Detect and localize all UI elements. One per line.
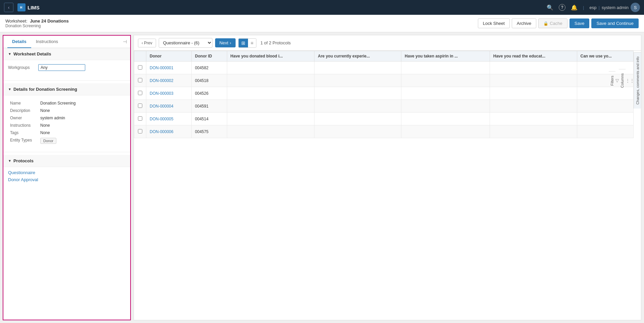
side-tab-changes[interactable]: Changes, comments and info [634,52,641,109]
col-header-q3[interactable]: Have you taken aspirin in ... [401,51,490,62]
col-header-q5[interactable]: Can we use yo... [577,51,633,62]
cell-donor_id: 004518 [192,74,227,87]
details-table: NameDonation ScreeningDescriptionNoneOwn… [8,99,126,145]
col-header-q1[interactable]: Have you donated blood i... [227,51,314,62]
protocols-title: Protocols [13,158,34,163]
cell-q1 [227,100,314,113]
toolbar-row: ‹ Prev Questionnaire - (6) Next › ⊞ ≡ 1 … [134,35,641,51]
user-avatar[interactable]: S [631,3,640,12]
table-view-button[interactable]: ≡ [248,39,256,47]
table-header: DonorDonor IDHave you donated blood i...… [134,51,634,62]
prev-label: Prev [144,41,152,45]
user-initial: S [634,5,637,10]
worksheet-label: Worksheet: [5,18,28,24]
panel-collapse-button[interactable]: ⊣ [123,39,127,44]
cell-q1 [227,62,314,74]
right-side-tabs: Changes, comments and info ⋮⋮ Columns ▽ … [634,52,641,109]
subheader-actions: Lock Sheet Archive 🔒 Cache Save Save and… [478,18,639,28]
protocols-section[interactable]: ▼ Protocols [3,155,130,167]
row-checkbox[interactable] [138,129,142,133]
protocol-dropdown[interactable]: Questionnaire - (6) [159,38,212,48]
cell-q4 [490,113,577,125]
worksheet-sub: Donation Screening [5,24,69,28]
detail-value: None [38,122,126,129]
col-header-q2[interactable]: Are you currently experie... [314,51,401,62]
table-row: DON-000005004514 [134,113,634,125]
row-checkbox[interactable] [138,116,142,121]
entity-type-badge: Donor [40,138,56,144]
col-header-donor[interactable]: Donor [146,51,192,62]
cell-q1 [227,74,314,87]
next-label: Next [219,40,229,45]
app-logo: LIMS [17,3,40,11]
protocols-count: 1 of 2 Protocols [260,40,291,45]
detail-value: system admin [38,114,126,122]
user-name: system admin [602,5,629,10]
side-tab-columns-icon: ⋮⋮ [626,76,634,85]
detail-row: TagsNone [8,129,126,136]
side-tab-columns[interactable]: Columns [619,69,626,92]
side-tab-filters[interactable]: Filters [609,71,615,90]
cell-q2 [314,113,401,125]
divider-1 [3,80,130,81]
cell-q2 [314,74,401,87]
questionnaire-link[interactable]: Questionnaire [3,169,130,176]
donor-link[interactable]: DON-000006 [150,129,174,134]
row-checkbox[interactable] [138,104,142,108]
cell-q3 [401,74,490,87]
save-button[interactable]: Save [569,18,590,28]
archive-button[interactable]: Archive [512,18,536,28]
table-row: DON-000006004575 [134,125,634,138]
section-arrow-icon: ▼ [8,52,11,56]
detail-label: Instructions [8,122,38,129]
left-panel: Details Instructions ⊣ ▼ Worksheet Detai… [3,35,131,320]
donor-link[interactable]: DON-000005 [150,117,174,121]
save-continue-button[interactable]: Save and Continue [591,18,639,28]
cell-donor_id: 004582 [192,62,227,74]
tab-details[interactable]: Details [7,36,31,48]
search-icon[interactable]: 🔍 [547,4,553,11]
lock-sheet-button[interactable]: Lock Sheet [478,18,510,28]
logo-icon [17,3,26,11]
donor-approval-link[interactable]: Donor Approval [3,176,130,183]
cell-donor_id: 004591 [192,100,227,113]
worksheet-details-title: Worksheet Details [13,51,51,56]
subheader: Worksheet: June 24 Donations Donation Sc… [0,15,644,32]
row-checkbox[interactable] [138,65,142,70]
col-header-donor_id[interactable]: Donor ID [192,51,227,62]
tab-instructions[interactable]: Instructions [31,36,63,48]
col-header-checkbox[interactable] [134,51,146,62]
help-icon[interactable]: ? [559,4,565,11]
next-button[interactable]: Next › [215,38,236,47]
cell-q4 [490,100,577,113]
table-row: DON-000002004518 [134,74,634,87]
donation-screening-title: Details for Donation Screening [13,87,77,92]
cell-q5 [577,125,633,138]
cell-q4 [490,62,577,74]
nav-separator: | [583,5,584,10]
row-checkbox[interactable] [138,78,142,82]
workgroups-input[interactable] [38,64,85,71]
cell-q2 [314,125,401,138]
cell-q2 [314,100,401,113]
donor-link[interactable]: DON-000002 [150,78,174,83]
back-button[interactable]: ‹ [4,3,13,12]
cache-button[interactable]: 🔒 Cache [538,18,567,28]
prev-button[interactable]: ‹ Prev [138,39,156,47]
cell-q3 [401,113,490,125]
col-header-q4[interactable]: Have you read the educat... [490,51,577,62]
cell-q3 [401,100,490,113]
row-checkbox[interactable] [138,91,142,95]
worksheet-details-section[interactable]: ▼ Worksheet Details [3,48,130,60]
navbar-user: esp | system admin S [589,3,640,12]
subheader-title: Worksheet: June 24 Donations Donation Sc… [5,18,69,28]
bell-icon[interactable]: 🔔 [571,4,578,11]
side-tab-filters-icon: ▽ [615,76,619,85]
donor-link[interactable]: DON-000003 [150,91,174,96]
detail-value: Donor [38,136,126,145]
right-content: ‹ Prev Questionnaire - (6) Next › ⊞ ≡ 1 … [134,35,641,320]
donation-screening-section[interactable]: ▼ Details for Donation Screening [3,83,130,95]
donor-link[interactable]: DON-000001 [150,66,174,70]
grid-view-button[interactable]: ⊞ [239,39,248,47]
donor-link[interactable]: DON-000004 [150,104,174,109]
